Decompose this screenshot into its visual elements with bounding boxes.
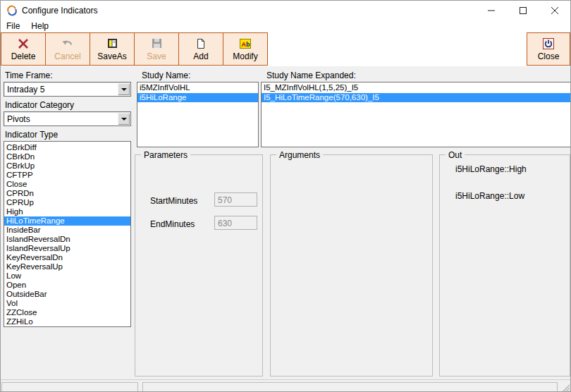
list-item[interactable]: ZZHiLo [4,317,130,326]
out-title: Out [446,150,465,160]
parameters-groupbox: Parameters [135,154,263,376]
delete-button-label: Delete [11,51,36,61]
modify-button[interactable]: Ab Modify [223,33,268,65]
list-item[interactable]: i5MZInflVolHL [137,83,258,93]
list-item[interactable]: CPRUp [4,198,130,207]
close-window-button[interactable] [539,1,570,20]
time-frame-value: Intraday 5 [7,85,44,94]
new-document-icon [196,37,206,50]
indicator-category-label: Indicator Category [5,100,74,110]
study-name-label: Study Name: [142,71,190,80]
list-item[interactable]: IslandReversalDn [4,235,130,244]
close-button-label: Close [538,51,560,61]
study-name-expanded-list: I5_MZInflVolHL(1,5,25)_I5 I5_HiLoTimeRan… [261,82,571,147]
saveas-button[interactable]: SaveAs [90,33,135,65]
time-frame-select[interactable]: Intraday 5 [4,82,131,97]
list-item[interactable]: CPRDn [4,189,130,198]
maximize-button[interactable] [507,1,539,20]
chevron-down-icon[interactable] [118,83,130,95]
window-controls [475,1,570,20]
menubar: File Help [1,20,570,32]
close-button[interactable]: Close [527,32,570,66]
menu-file[interactable]: File [1,21,25,31]
modify-button-label: Modify [233,51,257,61]
list-item[interactable]: Open [4,281,130,290]
add-button[interactable]: Add [179,33,223,65]
cancel-button-label: Cancel [54,51,80,61]
list-item[interactable]: CBrkDn [4,152,130,161]
arguments-title: Arguments [276,150,323,160]
study-name-list: i5MZInflVolHL i5HiLoRange [137,82,259,147]
list-item-selected[interactable]: I5_HiLoTimeRange(570,630)_I5 [262,93,570,103]
statusbar [1,379,570,392]
chevron-down-icon[interactable] [118,113,130,125]
time-frame-label: Time Frame: [5,71,53,80]
study-name-expanded-label: Study Name Expanded: [266,71,356,80]
out-item-high: i5HiLoRange::High [455,164,527,174]
svg-text:Ab: Ab [242,40,251,47]
indicator-category-value: Pivots [7,114,30,124]
statusbar-panel-main [142,382,558,392]
parameters-title: Parameters [141,150,190,160]
save-button-label: Save [147,51,166,61]
resize-grip[interactable] [560,383,570,392]
list-item[interactable]: Low [4,271,130,281]
titlebar: Configure Indicators [1,1,570,20]
list-item[interactable]: High [4,207,130,216]
startminutes-label: StartMinutes [150,196,197,206]
list-item[interactable]: Close [4,180,130,189]
delete-button[interactable]: Delete [1,33,46,65]
save-button[interactable]: Save [135,33,179,65]
indicator-category-select[interactable]: Pivots [4,111,131,126]
app-logo-icon [6,5,18,16]
toolbar: Delete Cancel [1,32,570,66]
list-item[interactable]: I5_MZInflVolHL(1,5,25)_I5 [262,83,570,93]
configure-indicators-window: Configure Indicators File Help Delete [0,0,571,392]
out-item-low: i5HiLoRange::Low [455,191,524,201]
out-groupbox: Out [439,154,570,376]
endminutes-label: EndMinutes [150,219,195,229]
cancel-button[interactable]: Cancel [46,33,90,65]
endminutes-input[interactable] [214,216,257,230]
startminutes-input[interactable] [214,192,257,207]
modify-ab-icon: Ab [240,37,251,50]
list-item[interactable]: KeyReversalDn [4,253,130,262]
indicator-type-list: CBrkDiff CBrkDn CBrkUp CFTPP Close CPRDn… [4,141,131,327]
statusbar-panel-left [1,382,138,392]
save-as-icon [107,37,118,50]
toolbar-button-group: Delete Cancel [1,32,268,66]
list-item[interactable]: Vol [4,299,130,308]
list-item[interactable]: InsideBar [4,226,130,235]
list-item[interactable]: ZZClose [4,308,130,317]
undo-icon [61,37,74,50]
list-item[interactable]: CBrkDiff [4,143,130,152]
list-item[interactable]: KeyReversalUp [4,262,130,271]
list-item[interactable]: IslandReversalUp [4,244,130,253]
power-icon [543,37,554,50]
menu-help[interactable]: Help [25,21,54,31]
save-icon [152,37,162,50]
list-item-selected[interactable]: i5HiLoRange [137,93,258,103]
add-button-label: Add [193,51,208,61]
list-item[interactable]: CFTPP [4,171,130,180]
list-item-selected[interactable]: HiLoTimeRange [4,216,130,226]
arguments-groupbox: Arguments [270,154,433,376]
saveas-button-label: SaveAs [97,51,126,61]
minimize-button[interactable] [475,1,507,20]
indicator-type-label: Indicator Type [5,130,58,140]
window-title: Configure Indicators [22,6,97,16]
list-item[interactable]: CBrkUp [4,161,130,171]
delete-x-icon [17,37,30,50]
list-item[interactable]: OutsideBar [4,290,130,299]
